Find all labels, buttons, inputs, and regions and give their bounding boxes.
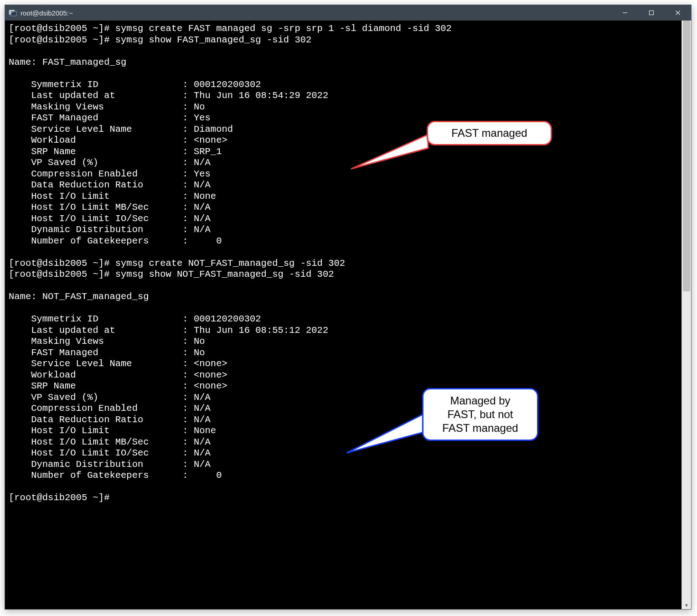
scroll-down-icon[interactable]: ▼ bbox=[682, 601, 691, 609]
callout-fast-managed: FAST managed bbox=[342, 105, 570, 182]
terminal-client: [root@dsib2005 ~]# symsg create FAST man… bbox=[5, 21, 691, 609]
callout-label: Managed by FAST, but not FAST managed bbox=[422, 388, 538, 441]
terminal-window: root@dsib2005:~ [root@dsib2005 ~]# symsg… bbox=[5, 5, 692, 610]
svg-rect-4 bbox=[650, 11, 654, 15]
minimize-button[interactable] bbox=[612, 5, 638, 21]
svg-rect-2 bbox=[12, 12, 13, 13]
callout-label: FAST managed bbox=[427, 121, 552, 145]
vertical-scrollbar[interactable]: ▲ ▼ bbox=[682, 21, 691, 609]
svg-marker-7 bbox=[351, 135, 428, 169]
maximize-button[interactable] bbox=[638, 5, 665, 21]
putty-icon bbox=[9, 9, 17, 17]
window-title: root@dsib2005:~ bbox=[21, 9, 612, 17]
scrollbar-thumb[interactable] bbox=[683, 21, 690, 291]
svg-marker-8 bbox=[347, 414, 423, 453]
titlebar[interactable]: root@dsib2005:~ bbox=[5, 5, 691, 21]
callout-not-fast-managed: Managed by FAST, but not FAST managed bbox=[338, 375, 575, 480]
close-button[interactable] bbox=[665, 5, 691, 21]
